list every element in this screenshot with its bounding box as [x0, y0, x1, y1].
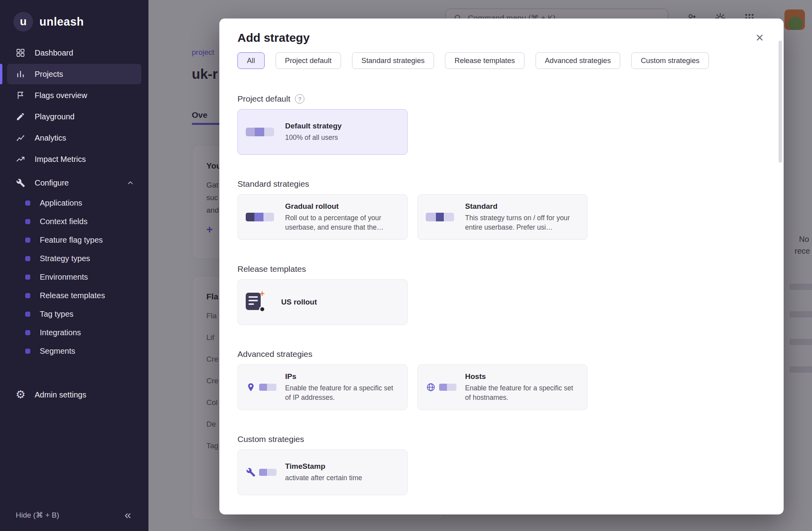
chevron-up-icon[interactable] — [126, 179, 134, 187]
card-title: Default strategy — [285, 122, 399, 130]
release-template-icon: + — [246, 293, 264, 312]
logo-row: u unleash — [0, 0, 148, 42]
sub-label: Integrations — [40, 328, 81, 337]
sidebar-item-integrations[interactable]: Integrations — [7, 323, 141, 342]
sidebar-item-analytics[interactable]: Analytics — [7, 128, 141, 148]
section-label: Release templates — [237, 264, 306, 274]
release-template-card-us-rollout[interactable]: + US rollout — [237, 279, 408, 325]
rollout-bar-icon — [246, 213, 277, 221]
strategy-card-gradual-rollout[interactable]: Gradual rollout Roll out to a percentage… — [237, 194, 408, 240]
nav-label: Dashboard — [35, 48, 73, 58]
card-row: Default strategy 100% of all users — [237, 109, 766, 155]
card-text: Hosts Enable the feature for a specific … — [465, 372, 579, 402]
close-icon[interactable]: ✕ — [754, 31, 766, 45]
sidebar-footer: Hide (⌘ + B) « — [0, 508, 148, 522]
card-description: Enable the feature for a specific set of… — [285, 384, 399, 402]
sub-label: Environments — [40, 273, 88, 282]
bullet-icon — [25, 312, 30, 317]
sidebar-item-segments[interactable]: Segments — [7, 342, 141, 360]
card-text: Gradual rollout Roll out to a percentage… — [285, 202, 399, 232]
sidebar-nav: Dashboard Projects Flags overview Playgr… — [0, 43, 148, 405]
sidebar-item-applications[interactable]: Applications — [7, 194, 141, 212]
card-text: US rollout — [281, 298, 399, 306]
strategy-filter-chips: All Project default Standard strategies … — [219, 45, 784, 69]
sidebar-item-tag-types[interactable]: Tag types — [7, 305, 141, 323]
card-title: Hosts — [465, 372, 579, 381]
nav-label: Playground — [35, 112, 74, 121]
modal-title: Add strategy — [237, 31, 310, 45]
filter-chip-standard-strategies[interactable]: Standard strategies — [352, 52, 434, 69]
card-title: Standard — [465, 202, 579, 211]
modal-scrollbar[interactable] — [779, 41, 782, 163]
sidebar-item-flags-overview[interactable]: Flags overview — [7, 85, 141, 106]
card-description: Roll out to a percentage of your userbas… — [285, 214, 399, 232]
custom-strategy-icon — [246, 467, 277, 477]
hide-sidebar-label[interactable]: Hide (⌘ + B) — [16, 511, 59, 520]
sidebar-item-feature-flag-types[interactable]: Feature flag types — [7, 231, 141, 249]
help-icon[interactable]: ? — [295, 94, 304, 104]
bullet-icon — [25, 275, 30, 280]
document-icon — [246, 293, 261, 310]
configure-group: Configure Applications Context fields Fe… — [0, 173, 148, 360]
card-text: Standard This strategy turns on / off fo… — [465, 202, 579, 232]
sidebar-item-admin-settings[interactable]: ⚙ Admin settings — [7, 384, 141, 405]
nav-label: Impact Metrics — [35, 155, 86, 164]
section-label: Standard strategies — [237, 179, 309, 189]
bullet-icon — [25, 219, 30, 224]
card-text: IPs Enable the feature for a specific se… — [285, 372, 399, 402]
sidebar-item-strategy-types[interactable]: Strategy types — [7, 249, 141, 267]
bullet-icon — [25, 238, 30, 243]
sidebar-item-projects[interactable]: Projects — [7, 64, 141, 84]
card-description: 100% of all users — [285, 133, 399, 142]
unleash-logo-icon[interactable]: u — [13, 12, 33, 32]
card-description: This strategy turns on / off for your en… — [465, 214, 579, 232]
modal-header: Add strategy ✕ — [219, 19, 784, 45]
sub-label: Segments — [40, 347, 75, 356]
filter-chip-advanced-strategies[interactable]: Advanced strategies — [536, 52, 621, 69]
strategy-card-default-strategy[interactable]: Default strategy 100% of all users — [237, 109, 408, 155]
sub-label: Applications — [40, 199, 82, 208]
strategy-card-hosts[interactable]: Hosts Enable the feature for a specific … — [417, 364, 588, 410]
card-title: US rollout — [281, 298, 399, 306]
filter-chip-project-default[interactable]: Project default — [276, 52, 341, 69]
sidebar: u unleash Dashboard Projects F — [0, 0, 148, 531]
strategy-card-timestamp[interactable]: TimeStamp activate after certain time — [237, 449, 408, 495]
add-strategy-modal: Add strategy ✕ All Project default Stand… — [219, 19, 784, 514]
bullet-icon — [25, 293, 30, 298]
sidebar-item-environments[interactable]: Environments — [7, 268, 141, 286]
brand-name: unleash — [39, 15, 84, 28]
section-heading-advanced-strategies: Advanced strategies — [237, 349, 766, 360]
hosts-globe-icon — [426, 382, 457, 392]
pencil-icon — [15, 111, 26, 122]
nav-label: Flags overview — [35, 91, 87, 100]
sidebar-item-impact-metrics[interactable]: Impact Metrics — [7, 149, 141, 169]
card-row: IPs Enable the feature for a specific se… — [237, 364, 766, 410]
sub-label: Release templates — [40, 291, 105, 300]
section-heading-release-templates: Release templates — [237, 264, 766, 275]
projects-icon — [15, 69, 26, 80]
sidebar-item-playground[interactable]: Playground — [7, 106, 141, 127]
dashboard-icon — [15, 47, 26, 58]
bullet-icon — [25, 349, 30, 354]
card-description: Enable the feature for a specific set of… — [465, 384, 579, 402]
sidebar-item-context-fields[interactable]: Context fields — [7, 212, 141, 230]
bullet-icon — [25, 330, 30, 335]
collapse-sidebar-icon[interactable]: « — [124, 508, 131, 522]
nav-label: Configure — [35, 178, 69, 188]
sub-label: Tag types — [40, 310, 74, 319]
sidebar-item-configure[interactable]: Configure — [7, 173, 141, 193]
location-pin-icon — [246, 382, 256, 392]
filter-chip-custom-strategies[interactable]: Custom strategies — [631, 52, 709, 69]
strategy-card-ips[interactable]: IPs Enable the feature for a specific se… — [237, 364, 408, 410]
plus-icon: + — [260, 289, 265, 299]
ip-pin-icon — [246, 382, 277, 392]
sidebar-item-dashboard[interactable]: Dashboard — [7, 43, 141, 63]
strategy-card-standard[interactable]: Standard This strategy turns on / off fo… — [417, 194, 588, 240]
nav-label: Analytics — [35, 134, 66, 143]
sidebar-item-release-templates[interactable]: Release templates — [7, 286, 141, 304]
filter-chip-release-templates[interactable]: Release templates — [445, 52, 524, 69]
flag-icon — [15, 90, 26, 101]
card-title: TimeStamp — [285, 462, 399, 471]
filter-chip-all[interactable]: All — [237, 52, 265, 69]
card-title: IPs — [285, 372, 399, 381]
